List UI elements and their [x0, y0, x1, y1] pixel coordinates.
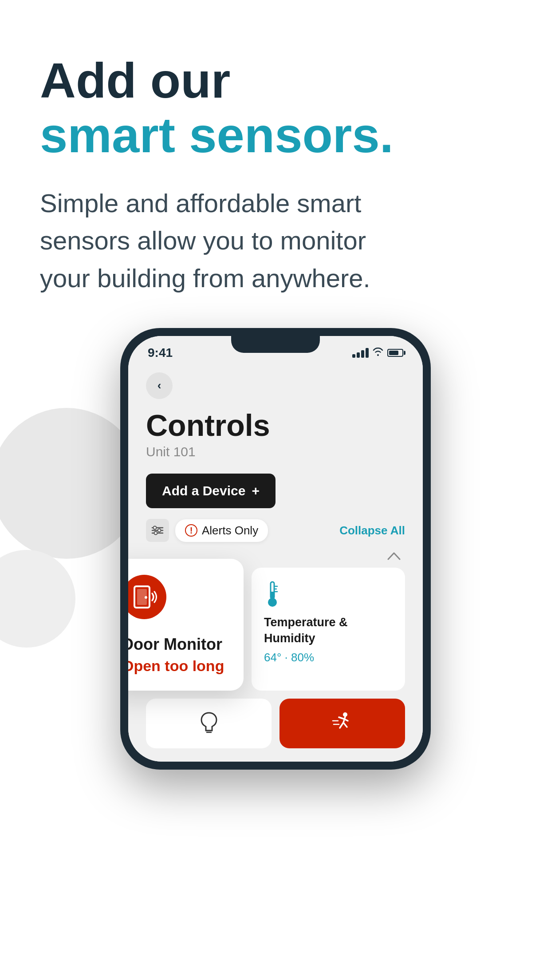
svg-point-5 — [154, 532, 157, 535]
battery-icon — [387, 349, 403, 357]
alert-icon: ! — [185, 524, 197, 537]
svg-point-3 — [153, 526, 157, 530]
motion-card[interactable] — [279, 699, 405, 748]
app-content: ‹ Controls Unit 101 Add a Device + — [128, 364, 423, 762]
phone-wrapper: 9:41 — [40, 328, 511, 770]
bottom-cards-row — [146, 699, 405, 748]
wifi-icon — [372, 347, 384, 359]
svg-line-22 — [343, 723, 347, 727]
door-monitor-icon — [130, 583, 158, 611]
back-chevron-icon: ‹ — [157, 379, 161, 392]
status-bar: 9:41 — [128, 336, 423, 364]
svg-point-11 — [268, 598, 277, 607]
notch — [231, 336, 320, 353]
add-device-plus-icon: + — [252, 483, 260, 498]
alerts-only-label: Alerts Only — [202, 524, 258, 537]
filter-left: ! Alerts Only — [146, 519, 268, 542]
motion-icon — [331, 711, 354, 736]
status-icons — [352, 347, 403, 359]
temp-card-title: Temperature & Humidity — [264, 615, 393, 646]
unit-label: Unit 101 — [146, 444, 405, 459]
subtitle-text: Simple and affordable smart sensors allo… — [40, 185, 377, 296]
filter-row: ! Alerts Only Collapse All — [146, 519, 405, 542]
cards-area: Door Monitor Open too long — [146, 549, 405, 748]
bg-circle-2 — [0, 550, 75, 648]
filter-sliders-button[interactable] — [146, 519, 169, 542]
light-bulb-icon — [199, 711, 219, 736]
svg-line-19 — [339, 717, 344, 719]
headline-line2: smart sensors. — [40, 108, 511, 162]
door-monitor-card[interactable]: Door Monitor Open too long — [128, 559, 244, 691]
temp-card-value: 64° · 80% — [264, 651, 393, 664]
back-button[interactable]: ‹ — [146, 372, 173, 399]
svg-line-21 — [340, 723, 343, 728]
svg-point-8 — [145, 596, 147, 599]
page-title: Controls — [146, 409, 405, 442]
svg-point-4 — [158, 529, 161, 532]
signal-bars-icon — [352, 348, 369, 358]
temperature-card[interactable]: Temperature & Humidity 64° · 80% — [252, 568, 405, 691]
light-card[interactable] — [146, 699, 272, 748]
headline-line1: Add our — [40, 53, 230, 108]
thermometer-icon — [264, 580, 393, 610]
add-device-label: Add a Device — [162, 483, 245, 498]
cards-row: Door Monitor Open too long — [146, 568, 405, 691]
door-monitor-status: Open too long — [128, 657, 228, 675]
alerts-only-badge[interactable]: ! Alerts Only — [175, 519, 268, 542]
page-container: Add our smart sensors. Simple and afford… — [0, 0, 551, 980]
phone-frame: 9:41 — [120, 328, 431, 770]
phone-screen: 9:41 — [128, 336, 423, 762]
add-device-button[interactable]: Add a Device + — [146, 474, 276, 508]
door-monitor-title: Door Monitor — [128, 635, 228, 654]
door-icon-circle — [128, 575, 166, 619]
sliders-icon — [151, 525, 164, 536]
status-time: 9:41 — [148, 346, 173, 360]
collapse-all-button[interactable]: Collapse All — [339, 524, 405, 537]
hero-section: Add our smart sensors. Simple and afford… — [40, 53, 511, 297]
headline: Add our smart sensors. — [40, 53, 511, 162]
